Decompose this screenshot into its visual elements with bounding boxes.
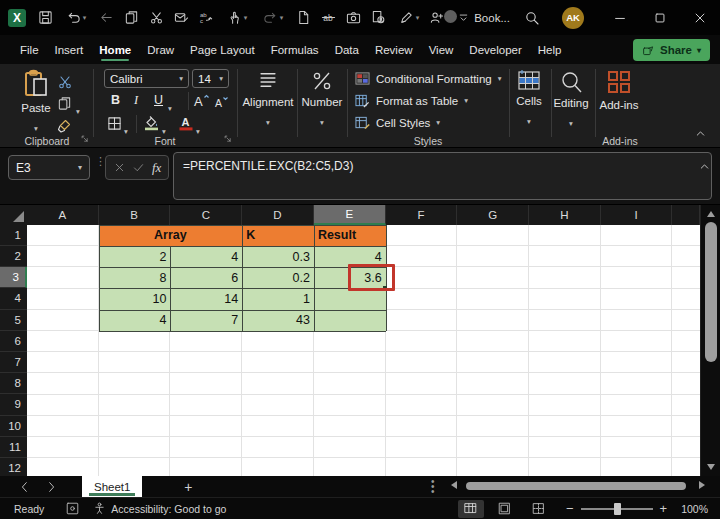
tab-help[interactable]: Help bbox=[530, 35, 570, 64]
column-header-f[interactable]: F bbox=[386, 205, 458, 225]
zoom-out-button[interactable]: − bbox=[566, 501, 574, 516]
enter-icon[interactable] bbox=[132, 161, 145, 174]
format-painter-icon[interactable] bbox=[56, 118, 72, 134]
find-replace-icon[interactable]: abc bbox=[194, 6, 219, 30]
grow-font-icon[interactable]: A bbox=[193, 93, 210, 108]
cell-D1[interactable]: K bbox=[242, 225, 314, 246]
horizontal-scrollbar-thumb[interactable] bbox=[466, 482, 686, 490]
copy-icon[interactable] bbox=[57, 96, 72, 111]
fill-color-icon[interactable] bbox=[143, 114, 160, 131]
row-header-7[interactable]: 7 bbox=[0, 352, 27, 373]
qat-overflow-icon[interactable] bbox=[457, 11, 470, 24]
copy-chevron-icon[interactable]: ▾ bbox=[76, 100, 80, 118]
page-break-view-button[interactable] bbox=[526, 500, 552, 518]
tab-data[interactable]: Data bbox=[327, 35, 367, 64]
formula-input[interactable]: =PERCENTILE.EXC(B2:C5,D3) bbox=[173, 152, 712, 200]
row-header-4[interactable]: 4 bbox=[0, 288, 27, 309]
tab-insert[interactable]: Insert bbox=[47, 35, 92, 64]
formula-bar-collapse-icon[interactable] bbox=[698, 160, 711, 173]
sheet-nav-left-icon[interactable] bbox=[12, 480, 38, 494]
maximize-button[interactable] bbox=[640, 0, 680, 35]
zoom-slider-thumb[interactable] bbox=[614, 503, 621, 515]
copy-icon[interactable] bbox=[119, 6, 144, 30]
sheet-nav-right-icon[interactable] bbox=[38, 480, 64, 494]
presence-circle-icon[interactable] bbox=[444, 9, 457, 27]
editing-group-button[interactable]: Editing ▾ bbox=[551, 69, 591, 130]
select-all-corner[interactable] bbox=[0, 205, 27, 225]
close-button[interactable] bbox=[680, 0, 720, 35]
cell-B2[interactable]: 2 bbox=[99, 246, 171, 267]
font-color-icon[interactable]: A bbox=[178, 114, 194, 131]
vscroll-down-icon[interactable] bbox=[707, 464, 715, 470]
column-header-c[interactable]: C bbox=[170, 205, 242, 225]
font-name-select[interactable]: Calibri▾ bbox=[104, 69, 189, 88]
cell-D3[interactable]: 0.2 bbox=[242, 267, 314, 288]
column-header-g[interactable]: G bbox=[457, 205, 529, 225]
undo-icon[interactable]: ▾ bbox=[58, 6, 94, 30]
tab-home[interactable]: Home bbox=[91, 35, 139, 64]
row-header-12[interactable]: 12 bbox=[0, 458, 27, 476]
bold-button[interactable]: B bbox=[111, 93, 120, 107]
borders-icon[interactable] bbox=[107, 116, 122, 131]
column-header-i[interactable]: I bbox=[601, 205, 673, 225]
add-sheet-button[interactable]: + bbox=[168, 479, 208, 495]
cell-D4[interactable]: 1 bbox=[242, 288, 314, 309]
tab-review[interactable]: Review bbox=[367, 35, 421, 64]
cell-C4[interactable]: 14 bbox=[170, 288, 242, 309]
row-header-5[interactable]: 5 bbox=[0, 310, 27, 331]
cell-B5[interactable]: 4 bbox=[99, 310, 171, 331]
vscroll-up-icon[interactable] bbox=[707, 211, 715, 217]
touch-mode-icon[interactable]: ▾ bbox=[219, 6, 255, 30]
clipboard-dialog-launcher-icon[interactable] bbox=[81, 135, 90, 144]
font-dialog-launcher-icon[interactable] bbox=[224, 135, 233, 144]
underline-button[interactable]: U bbox=[154, 93, 163, 107]
accessibility-status[interactable]: Accessibility: Good to go bbox=[93, 502, 226, 515]
save-icon[interactable] bbox=[33, 6, 58, 30]
number-group-button[interactable]: Number ▾ bbox=[299, 69, 345, 129]
underline-chevron-icon[interactable]: ▾ bbox=[168, 97, 172, 115]
format-as-table-button[interactable]: Format as Table▾ bbox=[355, 93, 468, 108]
back-icon[interactable] bbox=[94, 6, 119, 30]
cut-icon[interactable] bbox=[144, 6, 169, 30]
add-people-icon[interactable] bbox=[429, 10, 444, 25]
hscroll-right-icon[interactable] bbox=[699, 481, 705, 489]
strikethrough-icon[interactable]: ab bbox=[316, 6, 341, 30]
cells-group-button[interactable]: Cells ▾ bbox=[511, 69, 547, 128]
row-header-11[interactable]: 11 bbox=[0, 437, 27, 458]
row-header-8[interactable]: 8 bbox=[0, 373, 27, 394]
cell-D2[interactable]: 0.3 bbox=[242, 246, 314, 267]
normal-view-button[interactable] bbox=[458, 500, 484, 518]
tab-draw[interactable]: Draw bbox=[139, 35, 182, 64]
cut-icon[interactable] bbox=[57, 74, 73, 90]
cell-C5[interactable]: 7 bbox=[170, 310, 242, 331]
minimize-button[interactable] bbox=[600, 0, 640, 35]
cell-B3[interactable]: 8 bbox=[99, 267, 171, 288]
row-header-6[interactable]: 6 bbox=[0, 331, 27, 352]
row-header-1[interactable]: 1 bbox=[0, 225, 27, 246]
column-header-b[interactable]: B bbox=[99, 205, 171, 225]
conditional-formatting-button[interactable]: Conditional Formatting▾ bbox=[355, 71, 501, 86]
cell-C2[interactable]: 4 bbox=[170, 246, 242, 267]
share-button[interactable]: Share ▾ bbox=[633, 39, 710, 61]
cell-E4[interactable] bbox=[314, 288, 386, 309]
zoom-level[interactable]: 100% bbox=[681, 503, 708, 515]
macro-record-icon[interactable] bbox=[66, 502, 79, 515]
column-header-d[interactable]: D bbox=[242, 205, 314, 225]
vertical-scrollbar-thumb[interactable] bbox=[705, 222, 717, 362]
tab-file[interactable]: File bbox=[12, 35, 47, 64]
add-ins-button[interactable]: Add-ins bbox=[597, 69, 641, 111]
avatar[interactable]: AK bbox=[562, 7, 584, 29]
shrink-font-icon[interactable]: A bbox=[214, 95, 229, 109]
alignment-group-button[interactable]: Alignment ▾ bbox=[242, 69, 294, 129]
tab-scroll-splitter[interactable]: ••• bbox=[431, 479, 435, 494]
row-header-3[interactable]: 3 bbox=[0, 267, 27, 288]
cell-D5[interactable]: 43 bbox=[242, 310, 314, 331]
vertical-scrollbar[interactable] bbox=[700, 205, 720, 476]
cell-E5[interactable] bbox=[314, 310, 386, 331]
italic-button[interactable]: I bbox=[134, 93, 138, 108]
column-header-e[interactable]: E bbox=[314, 205, 386, 225]
draw-pen-icon[interactable]: ▾ bbox=[391, 6, 427, 30]
cell-B1[interactable]: Array bbox=[99, 225, 242, 246]
new-file-icon[interactable] bbox=[291, 6, 316, 30]
tab-developer[interactable]: Developer bbox=[461, 35, 529, 64]
